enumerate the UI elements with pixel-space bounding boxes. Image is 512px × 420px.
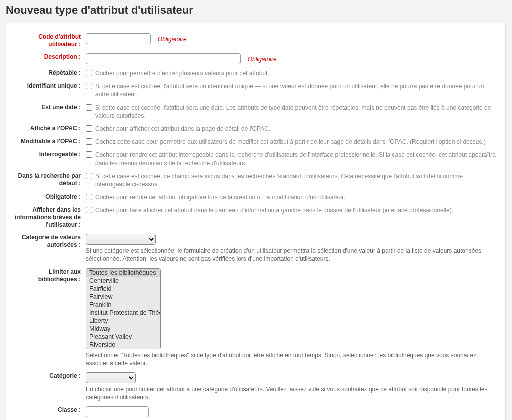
opac-display-hint: Cocher pour afficher cet attribut dans l…	[96, 125, 270, 133]
library-option[interactable]: Riverside	[86, 341, 160, 349]
searchable-label: Interrogeable :	[14, 151, 86, 158]
library-option[interactable]: Liberty	[86, 317, 160, 325]
brief-label: Afficher dans les informations brèves de…	[14, 206, 86, 229]
library-option[interactable]: Centerville	[86, 277, 160, 285]
libraries-multiselect[interactable]: Toutes les bibliothèquesCentervilleFairf…	[86, 268, 161, 350]
brief-checkbox[interactable]	[86, 207, 92, 214]
library-option[interactable]: Fairfield	[86, 285, 160, 293]
opac-display-checkbox[interactable]	[86, 126, 92, 132]
description-input[interactable]	[86, 54, 241, 64]
av-category-select[interactable]	[86, 234, 156, 245]
repeatable-hint: Cocher pour permettre d'entrer plusieurs…	[96, 70, 270, 78]
mandatory-label: Obligatoire :	[14, 194, 86, 201]
category-hint: En choisir une pour limiter cet attribut…	[86, 386, 498, 402]
opac-editable-label: Modifiable à l'OPAC :	[14, 138, 86, 146]
searchable-hint: Cocher pour rendre cet attribut interrog…	[96, 151, 498, 167]
opac-display-label: Affiché à l'OPAC :	[14, 125, 86, 132]
form-panel: Code d'attribut utilisateur : Obligatoir…	[6, 23, 506, 420]
is-date-label: Est une date :	[14, 104, 86, 112]
required-tag: Obligatoire	[158, 36, 187, 43]
opac-editable-hint: Cochez cette case pour permettre aux uti…	[96, 138, 486, 146]
description-label: Description :	[14, 54, 86, 61]
library-option[interactable]: Fairview	[86, 293, 160, 301]
mandatory-hint: Cocher pour rendre cet attribut obligato…	[96, 194, 346, 202]
searchable-checkbox[interactable]	[86, 152, 92, 158]
class-label: Classe :	[14, 406, 86, 414]
page-title: Nouveau type d'attribut d'utilisateur	[6, 4, 506, 17]
required-tag: Obligatoire	[248, 56, 277, 63]
code-input[interactable]	[86, 34, 151, 44]
library-option[interactable]: Toutes les bibliothèques	[86, 269, 160, 277]
code-label: Code d'attribut utilisateur :	[14, 34, 86, 48]
libraries-hint: Sélectionner "Toutes les bibliothèques" …	[86, 352, 498, 368]
unique-hint: Si cette case est cochée, l'attribut ser…	[96, 82, 498, 98]
default-search-checkbox[interactable]	[86, 173, 92, 180]
unique-label: Identifiant unique :	[14, 82, 86, 90]
library-option[interactable]: Pleasant Valley	[86, 333, 160, 341]
class-input[interactable]	[86, 406, 149, 418]
mandatory-checkbox[interactable]	[86, 194, 92, 200]
library-option[interactable]: Institut Protestant de Théologie	[86, 309, 160, 317]
category-select[interactable]	[86, 372, 136, 384]
category-label: Catégorie :	[14, 372, 86, 380]
is-date-checkbox[interactable]	[86, 104, 92, 111]
brief-hint: Cocher pour faire afficher cet attribut …	[96, 206, 454, 214]
unique-checkbox[interactable]	[86, 83, 92, 90]
av-category-label: Catégorie de valeurs autorisées :	[14, 234, 86, 249]
repeatable-label: Répétable :	[14, 70, 86, 77]
default-search-label: Dans la recherche par défaut :	[14, 172, 86, 188]
av-category-hint: Si une catégorie est sélectionnée, le fo…	[86, 247, 498, 263]
repeatable-checkbox[interactable]	[86, 70, 92, 76]
library-option[interactable]: Midway	[86, 325, 160, 333]
library-option[interactable]: Franklin	[86, 301, 160, 309]
opac-editable-checkbox[interactable]	[86, 138, 92, 145]
is-date-hint: Si cette case est cochée, l'attribut ser…	[96, 104, 498, 120]
default-search-hint: Si cette case est cochée, ce champ sera …	[96, 172, 498, 188]
libraries-label: Limiter aux bibliothèques :	[14, 268, 86, 284]
